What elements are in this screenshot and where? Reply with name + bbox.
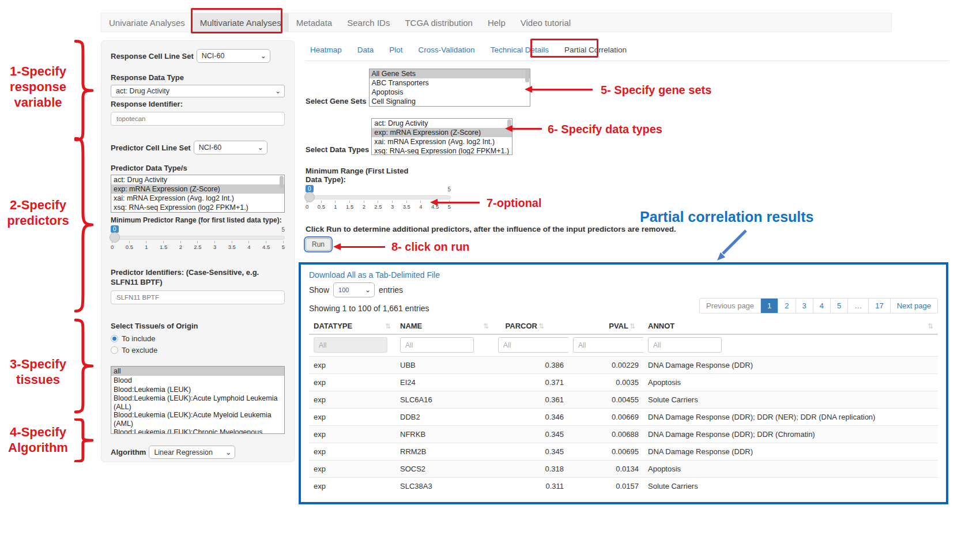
listbox-option[interactable]: Blood:Leukemia (LEUK):Acute Lymphoid Leu… xyxy=(111,394,284,411)
page-button-4[interactable]: 4 xyxy=(813,299,830,313)
predictor-cell-line-set-select[interactable]: NCI-60 ⌄ xyxy=(194,141,267,154)
top-navbar: Univariate Analyses Multivariate Analyse… xyxy=(101,13,892,32)
previous-page-button[interactable]: Previous page xyxy=(700,299,760,313)
min-range-label-line2: Data Type): xyxy=(306,175,949,184)
slider-track[interactable] xyxy=(306,195,451,199)
column-header-annot[interactable]: ANNOT⇅ xyxy=(643,318,938,334)
nav-search-ids[interactable]: Search IDs xyxy=(340,13,397,32)
filter-datatype[interactable] xyxy=(314,337,387,353)
tissue-listbox[interactable]: all Blood Blood:Leukemia (LEUK) Blood:Le… xyxy=(111,366,285,434)
predictor-data-types-listbox[interactable]: act: Drug Activity exp: mRNA Expression … xyxy=(111,175,285,213)
nav-metadata[interactable]: Metadata xyxy=(289,13,340,32)
table-row[interactable]: expSOCS2 0.3180.0134 Apoptosis xyxy=(309,461,938,478)
table-row[interactable]: expEI24 0.3710.0035 Apoptosis xyxy=(309,374,938,391)
listbox-option-selected[interactable]: exp: mRNA Expression (Z-Score) xyxy=(372,128,512,137)
download-link[interactable]: Download All as a Tab-Delimited File xyxy=(309,270,938,280)
table-row[interactable]: expSLC6A16 0.3610.00455 Solute Carriers xyxy=(309,391,938,409)
page-button-17[interactable]: 17 xyxy=(868,299,889,313)
listbox-option[interactable]: Blood:Leukemia (LEUK) xyxy=(111,385,284,394)
min-predictor-range-slider[interactable]: 0 5 0 0.5 1 1.5 2 2.5 3 3.5 4 4.5 5 xyxy=(111,236,285,250)
annotation-brace-4 xyxy=(74,418,95,462)
column-header-datatype[interactable]: DATATYPE⇅ xyxy=(309,318,395,334)
tab-technical-details[interactable]: Technical Details xyxy=(491,46,549,54)
radio-to-include[interactable]: To include xyxy=(111,334,285,343)
predictor-identifiers-input[interactable] xyxy=(111,290,285,304)
listbox-option-selected[interactable]: all xyxy=(111,367,284,376)
nav-video-tutorial[interactable]: Video tutorial xyxy=(513,13,578,32)
chevron-down-icon: ⌄ xyxy=(275,88,281,94)
filter-parcor[interactable] xyxy=(498,337,568,353)
sidebar-form-panel: Response Cell Line Set NCI-60 ⌄ Response… xyxy=(101,40,295,462)
tab-data[interactable]: Data xyxy=(357,46,374,54)
listbox-option[interactable]: xsq: RNA-seq Expression (log2 FPKM+1.) xyxy=(111,203,284,212)
main-content: Heatmap Data Plot Cross-Validation Techn… xyxy=(306,40,949,251)
slider-ticks: 0 0.5 1 1.5 2 2.5 3 3.5 4 4.5 5 xyxy=(111,241,285,250)
nav-multivariate-analyses[interactable]: Multivariate Analyses xyxy=(193,13,289,32)
data-types-listbox[interactable]: act: Drug Activity exp: mRNA Expression … xyxy=(371,118,512,155)
sort-icon[interactable]: ⇅ xyxy=(483,322,489,330)
sort-icon[interactable]: ⇅ xyxy=(538,322,544,330)
annotation-arrow-left xyxy=(512,128,542,130)
page-button-1[interactable]: 1 xyxy=(760,299,778,313)
response-cell-line-set-select[interactable]: NCI-60 ⌄ xyxy=(197,49,270,63)
listbox-option-selected[interactable]: All Gene Sets xyxy=(370,69,530,78)
tab-plot[interactable]: Plot xyxy=(389,46,402,54)
table-row[interactable]: expSLC38A3 0.3110.0157 Solute Carriers xyxy=(309,478,938,495)
response-identifier-input[interactable] xyxy=(111,112,285,126)
tab-partial-correlation[interactable]: Partial Correlation xyxy=(564,46,627,54)
nav-tcga-distribution[interactable]: TCGA distribution xyxy=(397,13,480,32)
radio-selected-icon[interactable] xyxy=(111,335,118,342)
listbox-option[interactable]: ABC Transporters xyxy=(370,78,530,88)
page-button-3[interactable]: 3 xyxy=(796,299,813,313)
response-data-type-select[interactable]: act: Drug Activity ⌄ xyxy=(111,85,285,97)
radio-unselected-icon[interactable] xyxy=(111,346,118,354)
filter-annot[interactable] xyxy=(648,337,722,353)
scrollbar-thumb[interactable] xyxy=(525,70,529,82)
show-entries-select[interactable]: 100 ⌄ xyxy=(333,282,375,297)
run-button[interactable]: Run xyxy=(306,238,331,251)
listbox-option[interactable]: xsq: RNA-seq Expression (log2 FPKM+1.) xyxy=(372,146,512,155)
min-range-slider[interactable]: 0 5 0 0.5 1 1.5 2 2.5 3 3.5 4 4.5 5 xyxy=(306,195,451,210)
show-label: Show xyxy=(309,285,329,295)
column-header-name[interactable]: NAME⇅ xyxy=(395,318,493,334)
next-page-button[interactable]: Next page xyxy=(890,299,937,313)
algorithm-value: Linear Regression xyxy=(154,448,212,456)
listbox-option[interactable]: xai: mRNA Expression (Avg. log2 Int.) xyxy=(372,137,512,146)
listbox-option[interactable]: act: Drug Activity xyxy=(372,119,512,128)
filter-name[interactable] xyxy=(400,337,474,353)
gene-sets-listbox[interactable]: All Gene Sets ABC Transporters Apoptosis… xyxy=(369,69,530,107)
tab-heatmap[interactable]: Heatmap xyxy=(310,46,342,54)
listbox-option[interactable]: act: Drug Activity xyxy=(111,175,284,184)
listbox-option[interactable]: Blood:Leukemia (LEUK):Chronic Myelogenou… xyxy=(111,428,284,434)
nav-univariate-analyses[interactable]: Univariate Analyses xyxy=(101,13,193,32)
sort-icon[interactable]: ⇅ xyxy=(630,322,635,330)
column-header-pval[interactable]: PVAL⇅ xyxy=(568,318,643,334)
listbox-option[interactable]: Apoptosis xyxy=(370,88,530,97)
tab-cross-validation[interactable]: Cross-Validation xyxy=(419,46,475,54)
table-row[interactable]: expDDB2 0.3460.00669 DNA Damage Response… xyxy=(309,409,938,426)
predictor-identifiers-label: Predictor Identifiers: (Case-Sensitive, … xyxy=(111,267,285,287)
nav-help[interactable]: Help xyxy=(480,13,513,32)
page-button-2[interactable]: 2 xyxy=(778,299,795,313)
radio-to-exclude[interactable]: To exclude xyxy=(111,346,285,354)
table-row[interactable]: expNFRKB 0.3450.00688 DNA Damage Respons… xyxy=(309,426,938,443)
column-header-parcor[interactable]: PARCOR⇅ xyxy=(493,318,568,334)
sort-icon[interactable]: ⇅ xyxy=(928,322,933,330)
listbox-option[interactable]: Blood:Leukemia (LEUK):Acute Myeloid Leuk… xyxy=(111,411,284,428)
scrollbar-thumb[interactable] xyxy=(280,176,284,188)
tab-bar: Heatmap Data Plot Cross-Validation Techn… xyxy=(306,40,949,61)
algorithm-select[interactable]: Linear Regression ⌄ xyxy=(149,446,235,459)
slider-handle[interactable] xyxy=(304,192,315,202)
table-row[interactable]: expUBB 0.3860.00229 DNA Damage Response … xyxy=(309,357,938,374)
page-button-5[interactable]: 5 xyxy=(830,299,847,313)
table-row[interactable]: expRRM2B 0.3450.00695 DNA Damage Respons… xyxy=(309,443,938,461)
filter-pval[interactable] xyxy=(573,337,643,353)
listbox-option[interactable]: xai: mRNA Expression (Avg. log2 Int.) xyxy=(111,194,284,203)
showing-entries-text: Showing 1 to 100 of 1,661 entries xyxy=(309,304,429,313)
listbox-option[interactable]: Cell Signaling xyxy=(370,97,530,106)
listbox-option-selected[interactable]: exp: mRNA Expression (Z-Score) xyxy=(111,184,284,194)
slider-track[interactable] xyxy=(111,236,285,240)
slider-handle[interactable] xyxy=(110,232,120,243)
sort-icon[interactable]: ⇅ xyxy=(385,322,391,330)
listbox-option[interactable]: Blood xyxy=(111,376,284,385)
